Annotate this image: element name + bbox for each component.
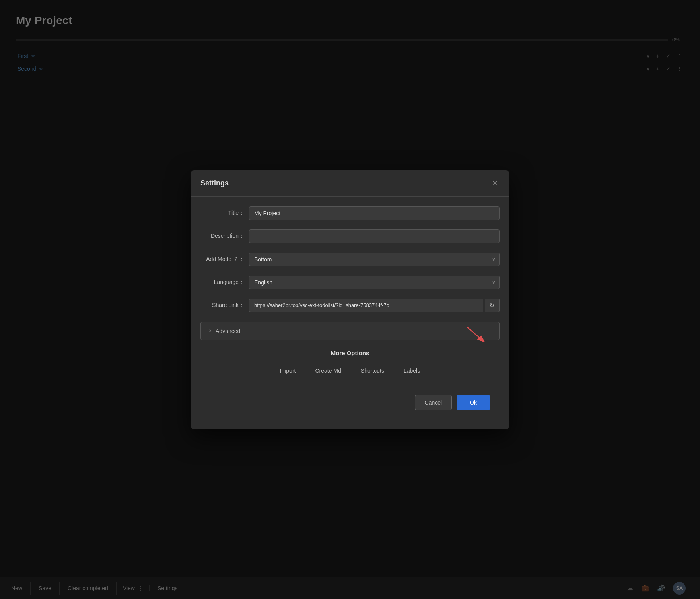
- title-input[interactable]: [249, 206, 500, 220]
- ok-button[interactable]: Ok: [457, 395, 490, 410]
- share-link-label: Share Link：: [200, 302, 244, 309]
- dialog-footer: Cancel Ok: [200, 395, 500, 420]
- language-row: Language： English Chinese Japanese ∨: [200, 276, 500, 289]
- divider-line-right: [375, 353, 500, 353]
- more-options-buttons: Import Create Md Shortcuts Labels: [200, 364, 500, 377]
- dialog-title: Settings: [200, 179, 229, 187]
- modal-overlay: Settings ✕ Title： Description： Add Mode …: [0, 0, 700, 599]
- add-mode-label: Add Mode ？：: [200, 256, 244, 263]
- create-md-button[interactable]: Create Md: [305, 364, 351, 377]
- title-label: Title：: [200, 210, 244, 217]
- add-mode-select-wrapper: Bottom Top ∨: [249, 253, 500, 266]
- close-button[interactable]: ✕: [490, 178, 500, 189]
- description-label: Description：: [200, 233, 244, 240]
- dialog-body: Title： Description： Add Mode ？： Bottom T…: [191, 197, 509, 429]
- language-select[interactable]: English Chinese Japanese: [249, 276, 500, 289]
- language-select-wrapper: English Chinese Japanese ∨: [249, 276, 500, 289]
- labels-button[interactable]: Labels: [394, 364, 430, 377]
- more-options-label: More Options: [325, 350, 376, 356]
- more-options-divider: More Options: [200, 350, 500, 356]
- refresh-link-button[interactable]: ↻: [485, 299, 500, 312]
- advanced-section[interactable]: > Advanced: [200, 322, 500, 340]
- language-label: Language：: [200, 279, 244, 286]
- share-link-input[interactable]: [249, 299, 483, 312]
- description-input[interactable]: [249, 229, 500, 243]
- import-button[interactable]: Import: [270, 364, 306, 377]
- description-row: Description：: [200, 229, 500, 243]
- settings-dialog: Settings ✕ Title： Description： Add Mode …: [191, 170, 509, 429]
- footer-divider: [191, 387, 509, 387]
- share-link-row: Share Link： ↻: [200, 299, 500, 312]
- add-mode-row: Add Mode ？： Bottom Top ∨: [200, 253, 500, 266]
- advanced-label: Advanced: [216, 328, 240, 334]
- cancel-button[interactable]: Cancel: [415, 395, 452, 410]
- title-row: Title：: [200, 206, 500, 220]
- shortcuts-button[interactable]: Shortcuts: [351, 364, 394, 377]
- expand-chevron-icon: >: [209, 328, 212, 334]
- divider-line-left: [200, 353, 325, 353]
- dialog-header: Settings ✕: [191, 170, 509, 197]
- share-link-wrapper: ↻: [249, 299, 500, 312]
- add-mode-select[interactable]: Bottom Top: [249, 253, 500, 266]
